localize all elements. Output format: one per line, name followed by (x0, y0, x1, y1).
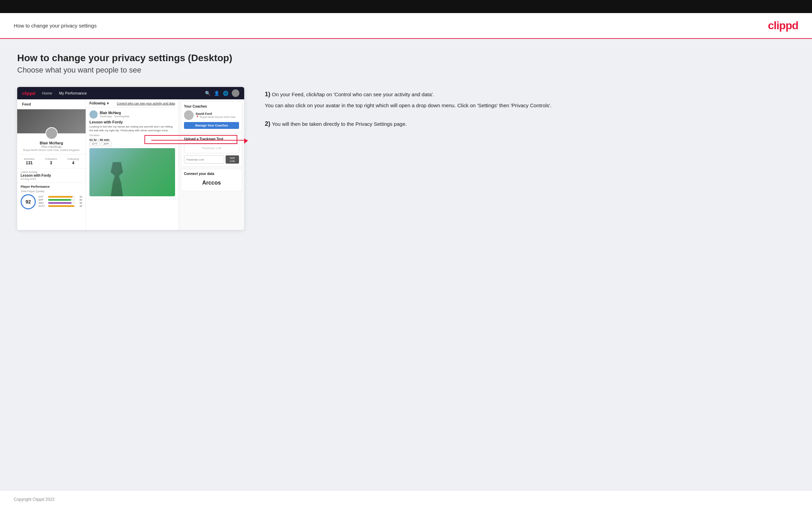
middle-panel: Following ▾ Control who can see your act… (86, 99, 179, 230)
app-screenshot-wrapper: clippd Home My Performance 🔍 👤 🌐 Feed (17, 87, 244, 230)
activity-title: Lesson with Fordy (89, 120, 175, 124)
instruction-2: 2) You will then be taken directly to th… (265, 120, 795, 128)
dropdown-chevron-icon: ▾ (107, 101, 109, 105)
instructions-panel: 1) On your Feed, click/tap on 'Control w… (258, 87, 795, 139)
user-icon[interactable]: 👤 (214, 91, 219, 96)
bar-value: 85 (77, 199, 82, 201)
quality-bar-row: OTT 90 (39, 196, 82, 198)
feed-tab[interactable]: Feed (17, 99, 86, 109)
quality-bar-row: ARG 86 (39, 202, 82, 204)
copyright-text: Copyright Clippd 2022 (14, 497, 55, 502)
page-subheading: Choose what you want people to see (17, 66, 795, 75)
latest-activity-section: Latest Activity Lesson with Fordy 03 Aug… (17, 168, 86, 183)
bar-label: OTT (39, 196, 47, 198)
stat-activities: Activities 131 (24, 157, 35, 165)
page-breadcrumb: How to change your privacy settings (14, 23, 97, 29)
main-content: How to change your privacy settings (Des… (0, 39, 812, 491)
player-performance-title: Player Performance (21, 185, 82, 188)
nav-link-my-performance[interactable]: My Performance (59, 91, 87, 95)
quality-bars: OTT 90 APP 85 ARG 86 PUTT 96 (39, 196, 82, 208)
activity-user-info: Blair McHarg Yesterday · Sunningdale (100, 111, 129, 118)
quality-score: 92 (21, 194, 36, 209)
trackman-section: Upload a Trackman Test Trackman Link Add… (181, 134, 242, 167)
bar-label: PUTT (39, 205, 47, 207)
location-icon: 📍 (196, 115, 199, 119)
activity-image (89, 148, 175, 196)
trackman-input[interactable] (184, 155, 224, 164)
activity-description: Looking to feel like my hands are exitin… (89, 125, 175, 132)
latest-activity-name: Lesson with Fordy (21, 174, 82, 177)
coach-club: 📍 Royal North Devon Golf Club (196, 115, 235, 119)
control-privacy-link[interactable]: Control who can see your activity and da… (117, 102, 175, 105)
arccos-logo: Arccos (184, 178, 239, 188)
instruction-1: 1) On your Feed, click/tap on 'Control w… (265, 90, 795, 110)
clippd-logo: clippd (768, 19, 798, 32)
coaches-section-title: Your Coaches (184, 104, 239, 108)
app-screenshot: clippd Home My Performance 🔍 👤 🌐 Feed (17, 87, 244, 230)
stat-followers-value: 3 (45, 161, 57, 165)
page-heading: How to change your privacy settings (Des… (17, 53, 795, 64)
bar-label: APP (39, 199, 47, 201)
golfer-silhouette (107, 162, 127, 196)
activity-duration-value: 01 hr : 30 min (89, 138, 175, 142)
trackman-input-row: Add Link (184, 155, 239, 164)
app-navbar: clippd Home My Performance 🔍 👤 🌐 (17, 87, 244, 99)
bar-label: ARG (39, 202, 47, 204)
player-performance-section: Player Performance Total Player Quality … (17, 183, 86, 211)
activity-user-name: Blair McHarg (100, 111, 129, 115)
add-link-button[interactable]: Add Link (226, 155, 239, 164)
user-avatar[interactable] (232, 89, 239, 97)
coach-info: David Ford 📍 Royal North Devon Golf Club (196, 112, 235, 119)
quality-row: 92 OTT 90 APP 85 ARG 86 (21, 194, 82, 209)
quality-bar-row: PUTT 96 (39, 205, 82, 207)
bar-value: 86 (77, 202, 82, 204)
profile-handicap: Plus Handicap (41, 145, 61, 148)
profile-avatar (45, 127, 58, 140)
bar-track (48, 199, 75, 201)
latest-activity-date: 03 Aug 2022 (21, 177, 82, 180)
bar-track (48, 205, 75, 207)
instruction-2-main: You will then be taken directly to the P… (272, 121, 407, 127)
stat-followers: Followers 3 (45, 157, 57, 165)
bar-fill (48, 205, 74, 207)
annotation-arrowhead (244, 138, 248, 144)
connect-section-title: Connect your data (184, 172, 239, 176)
nav-link-home[interactable]: Home (42, 91, 52, 95)
activity-card: Blair McHarg Yesterday · Sunningdale Les… (86, 108, 178, 199)
bar-value: 96 (77, 205, 82, 207)
globe-icon[interactable]: 🌐 (223, 91, 228, 96)
activity-user-avatar (89, 110, 98, 119)
bar-value: 90 (77, 196, 82, 198)
profile-avatar-wrapper: Blair McHarg Plus Handicap Royal North D… (17, 133, 86, 155)
stat-activities-value: 131 (24, 161, 35, 165)
connect-section: Connect your data Arccos (181, 169, 242, 191)
right-panel: Your Coaches David Ford 📍 Royal North De… (179, 99, 244, 230)
quality-bar-row: APP 85 (39, 199, 82, 201)
bar-fill (48, 202, 72, 204)
site-footer: Copyright Clippd 2022 (0, 491, 812, 507)
search-icon[interactable]: 🔍 (205, 91, 210, 96)
profile-name: Blair McHarg (40, 141, 63, 145)
stat-followers-label: Followers (45, 157, 57, 161)
bar-fill (48, 199, 71, 201)
left-panel: Feed Blair McHarg Plus Handicap Royal No… (17, 99, 86, 230)
coach-club-name: Royal North Devon Golf Club (200, 115, 235, 119)
instruction-2-text: 2) You will then be taken directly to th… (265, 120, 795, 128)
bar-track (48, 202, 75, 204)
stat-following-label: Following (67, 157, 79, 161)
instruction-2-number: 2) (265, 120, 270, 127)
trackman-section-title: Upload a Trackman Test (184, 137, 239, 141)
coaches-section: Your Coaches David Ford 📍 Royal North De… (181, 101, 242, 132)
activity-header: Blair McHarg Yesterday · Sunningdale (89, 110, 175, 119)
stat-activities-label: Activities (24, 157, 35, 161)
manage-coaches-button[interactable]: Manage Your Coaches (184, 122, 239, 129)
app-logo: clippd (22, 91, 35, 96)
following-bar: Following ▾ Control who can see your act… (86, 99, 178, 108)
app-body: Feed Blair McHarg Plus Handicap Royal No… (17, 99, 244, 230)
bar-track (48, 196, 75, 198)
following-label: Following (89, 101, 106, 105)
navbar-icons: 🔍 👤 🌐 (205, 89, 239, 97)
following-dropdown[interactable]: Following ▾ (89, 101, 109, 105)
tag-ott: OTT (89, 142, 100, 146)
activity-duration-label: Duration (89, 134, 175, 137)
